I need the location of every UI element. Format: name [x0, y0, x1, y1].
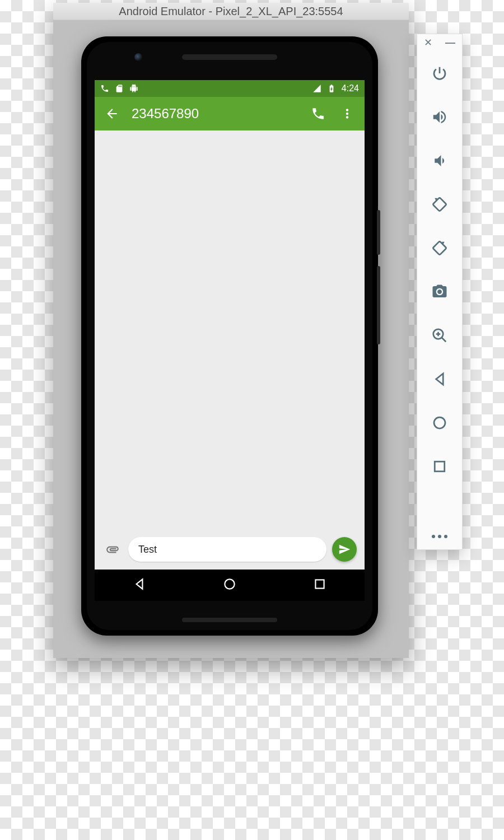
- nav-back-button[interactable]: [132, 577, 147, 594]
- status-time: 4:24: [342, 83, 359, 94]
- call-button[interactable]: [309, 104, 328, 123]
- dot-icon: [438, 535, 441, 538]
- send-button[interactable]: [332, 537, 357, 562]
- battery-charging-icon: [327, 84, 336, 93]
- emulator-title: Android Emulator - Pixel_2_XL_API_23:555…: [119, 5, 343, 17]
- front-camera: [134, 53, 142, 61]
- nav-home-icon: [222, 577, 237, 591]
- volume-up-icon: [431, 109, 448, 125]
- toolbar-back-button[interactable]: [428, 368, 451, 390]
- zoom-in-icon: [431, 327, 448, 344]
- attachment-icon: [105, 542, 120, 557]
- overflow-menu-button[interactable]: [338, 104, 357, 123]
- camera-icon: [431, 283, 448, 300]
- more-vert-icon: [340, 106, 354, 121]
- message-input[interactable]: [128, 537, 326, 562]
- device-volume-button: [377, 266, 380, 344]
- svg-rect-2: [433, 198, 447, 212]
- dot-icon: [432, 535, 435, 538]
- toolbar-screenshot-button[interactable]: [428, 281, 451, 303]
- toolbar-volume-up-button[interactable]: [428, 106, 451, 128]
- sd-card-icon: [115, 84, 124, 93]
- emulator-minimize-button[interactable]: —: [445, 38, 455, 48]
- emulator-close-button[interactable]: ✕: [424, 38, 432, 48]
- signal-icon: [312, 84, 321, 93]
- android-nav-bar: [95, 570, 365, 601]
- home-icon: [431, 414, 448, 431]
- svg-point-8: [434, 417, 445, 428]
- back-button[interactable]: [102, 104, 122, 123]
- svg-point-0: [225, 579, 234, 589]
- rotate-right-icon: [431, 240, 448, 256]
- bottom-speaker: [182, 618, 277, 622]
- toolbar-power-button[interactable]: [428, 62, 451, 85]
- arrow-back-icon: [105, 106, 119, 121]
- device-power-button: [377, 210, 380, 255]
- power-icon: [431, 65, 448, 82]
- device-screen: 4:24 234567890: [95, 80, 365, 601]
- toolbar-rotate-right-button[interactable]: [428, 237, 451, 259]
- device-frame: 4:24 234567890: [81, 36, 378, 636]
- earpiece: [182, 54, 277, 60]
- nav-recent-icon: [312, 577, 327, 591]
- toolbar-rotate-left-button[interactable]: [428, 193, 451, 216]
- toolbar-home-button[interactable]: [428, 412, 451, 434]
- dot-icon: [444, 535, 447, 538]
- status-bar: 4:24: [95, 80, 365, 97]
- nav-recent-button[interactable]: [312, 577, 327, 594]
- message-composer: [95, 529, 365, 570]
- svg-rect-1: [315, 580, 324, 588]
- phone-icon: [100, 84, 109, 93]
- volume-down-icon: [431, 152, 448, 169]
- conversation-area[interactable]: [95, 130, 365, 529]
- emulator-toolbar: ✕ —: [417, 34, 463, 550]
- svg-rect-3: [433, 241, 447, 255]
- toolbar-more-button[interactable]: [432, 535, 447, 538]
- attach-button[interactable]: [102, 539, 123, 559]
- emulator-window: Android Emulator - Pixel_2_XL_API_23:555…: [53, 3, 409, 658]
- overview-icon: [431, 458, 448, 475]
- toolbar-overview-button[interactable]: [428, 455, 451, 478]
- phone-icon: [311, 106, 325, 121]
- nav-home-button[interactable]: [222, 577, 237, 594]
- send-icon: [338, 543, 351, 556]
- svg-rect-9: [435, 461, 445, 472]
- toolbar-zoom-button[interactable]: [428, 324, 451, 347]
- back-icon: [431, 371, 448, 388]
- toolbar-volume-down-button[interactable]: [428, 150, 451, 172]
- rotate-left-icon: [431, 196, 448, 213]
- svg-line-5: [442, 338, 446, 342]
- emulator-titlebar[interactable]: Android Emulator - Pixel_2_XL_API_23:555…: [53, 3, 409, 20]
- conversation-title: 234567890: [132, 106, 199, 122]
- app-bar: 234567890: [95, 97, 365, 130]
- nav-back-icon: [132, 577, 147, 591]
- android-icon: [129, 84, 138, 93]
